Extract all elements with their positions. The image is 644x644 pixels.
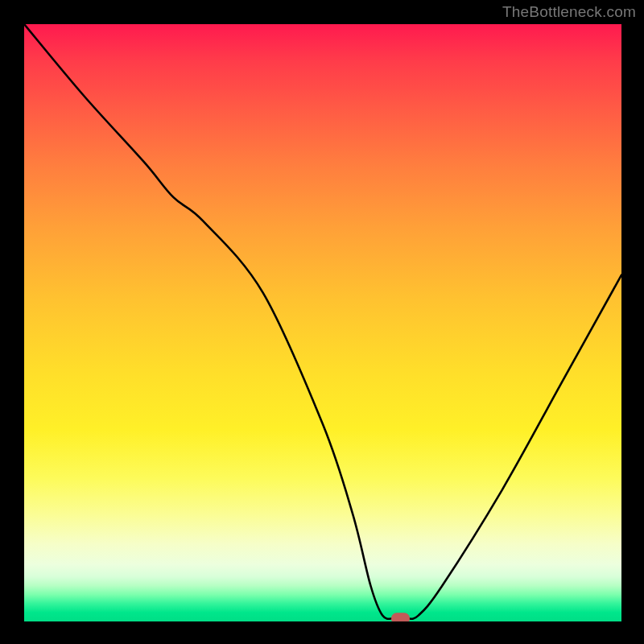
chart-frame: TheBottleneck.com xyxy=(0,0,644,644)
bottleneck-curve-path xyxy=(24,24,621,619)
watermark-text: TheBottleneck.com xyxy=(502,3,636,21)
optimum-marker xyxy=(392,613,410,621)
line-series xyxy=(24,24,621,621)
plot-area xyxy=(24,24,621,621)
